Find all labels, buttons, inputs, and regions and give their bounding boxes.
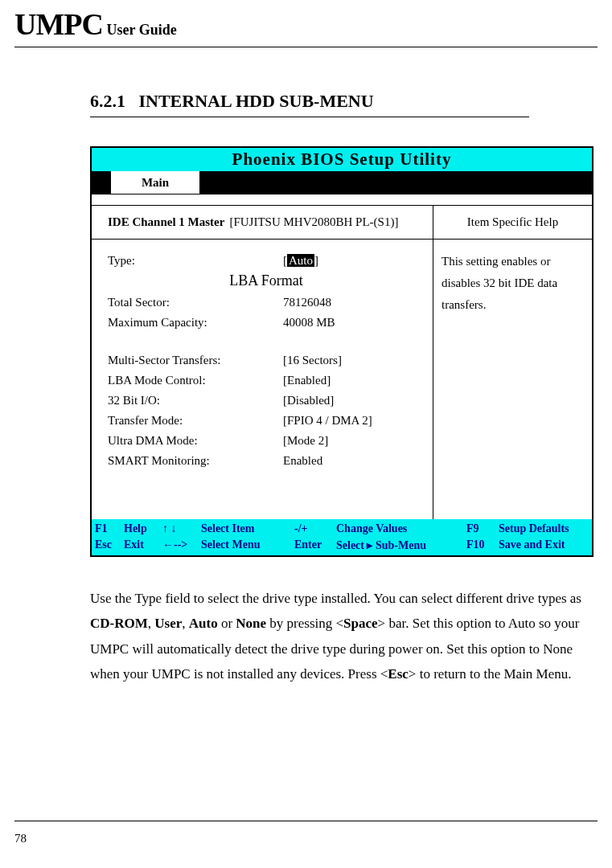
section-heading: 6.2.1 INTERNAL HDD SUB-MENU [90,91,529,117]
max-capacity-value: 40008 MB [283,316,335,330]
action-select-item: Select Item [201,522,294,535]
para-text: Use the Type field to select the drive t… [90,591,581,606]
page-content: 6.2.1 INTERNAL HDD SUB-MENU Phoenix BIOS… [14,47,529,687]
row-max-capacity: Maximum Capacity: 40008 MB [108,313,425,333]
ultra-dma-label: Ultra DMA Mode: [108,434,283,448]
footer-row-2: Esc Exit ←--> Select Menu Enter Select ▸… [95,537,589,554]
row-type[interactable]: Type: [Auto] [108,251,425,271]
footer-rule [14,821,598,821]
bios-screen: Phoenix BIOS Setup Utility Main IDE Chan… [90,146,594,557]
row-32bit-io[interactable]: 32 Bit I/O: [Disabled] [108,391,425,411]
bios-tab-row: Main [92,171,592,194]
key-enter: Enter [294,538,336,552]
arrows-updown-icon: ↑ ↓ [162,522,201,535]
doc-title: UMPC User Guide [14,23,177,37]
bios-main-panel: IDE Channel 1 Master [FUJITSU MHV2080BH … [92,206,433,519]
para-text: > to return to the Main Menu. [409,666,572,682]
key-plusminus: -/+ [294,522,336,535]
para-text: by pressing < [266,616,343,631]
bios-device-heading: IDE Channel 1 Master [FUJITSU MHV2080BH … [92,215,433,240]
lba-mode-label: LBA Mode Control: [108,374,283,387]
row-lba-mode[interactable]: LBA Mode Control: [Enabled] [108,371,425,391]
tab-main[interactable]: Main [111,171,199,194]
arrows-leftright-icon: ←--> [162,538,201,552]
section-number: 6.2.1 [90,91,125,111]
doc-title-big: UMPC [14,7,103,41]
para-text: , [182,616,189,631]
type-value-wrap: [Auto] [283,254,318,268]
spacer [108,333,425,350]
action-change-values: Change Values [336,522,466,535]
multi-sector-label: Multi-Sector Transfers: [108,354,283,367]
bios-footer: F1 Help ↑ ↓ Select Item -/+ Change Value… [92,519,592,555]
tab-spacer [92,171,111,194]
section-title: INTERNAL HDD SUB-MENU [139,91,374,111]
type-value: Auto [287,254,314,267]
bold-esc: Esc [388,666,409,682]
para-text: or [218,616,236,631]
action-select-submenu: Select ▸ Sub-Menu [336,538,466,552]
separator [92,194,592,205]
footer-row-1: F1 Help ↑ ↓ Select Item -/+ Change Value… [95,521,589,537]
help-text: This setting enables or disables 32 bit … [442,251,585,316]
bios-help-panel: Item Specific Help This setting enables … [433,206,592,519]
bit32-value: [Disabled] [283,394,334,407]
bit32-label: 32 Bit I/O: [108,394,283,407]
para-text: , [148,616,155,631]
transfer-mode-label: Transfer Mode: [108,414,283,428]
doc-title-small: User Guide [103,22,177,38]
action-save-exit: Save and Exit [499,538,565,552]
action-select-menu: Select Menu [201,538,294,552]
lba-format-heading: LBA Format [108,271,425,293]
key-f1: F1 [95,522,124,535]
body-paragraph: Use the Type field to select the drive t… [90,586,594,687]
row-smart: SMART Monitoring: Enabled [108,451,425,471]
total-sector-value: 78126048 [283,296,331,309]
bold-auto: Auto [189,616,218,631]
key-f10: F10 [466,538,499,552]
bios-title: Phoenix BIOS Setup Utility [92,148,592,171]
key-esc: Esc [95,538,124,552]
device-value: [FUJITSU MHV2080BH PL-(S1)] [229,215,398,229]
action-help: Help [124,522,162,535]
bold-user: User [154,616,182,631]
multi-sector-value: [16 Sectors] [283,354,342,367]
device-label: IDE Channel 1 Master [108,215,224,229]
type-label: Type: [108,254,283,268]
page-number: 78 [14,832,27,845]
smart-label: SMART Monitoring: [108,454,283,468]
ultra-dma-value: [Mode 2] [283,434,328,448]
total-sector-label: Total Sector: [108,296,283,309]
action-exit: Exit [124,538,162,552]
page-header: UMPC User Guide [14,0,598,47]
max-capacity-label: Maximum Capacity: [108,316,283,330]
bold-none: None [236,616,266,631]
action-setup-defaults: Setup Defaults [499,522,569,535]
bios-body: IDE Channel 1 Master [FUJITSU MHV2080BH … [92,205,592,519]
row-total-sector: Total Sector: 78126048 [108,293,425,313]
transfer-mode-value: [FPIO 4 / DMA 2] [283,414,372,428]
lba-mode-value: [Enabled] [283,374,331,387]
row-ultra-dma[interactable]: Ultra DMA Mode: [Mode 2] [108,431,425,451]
row-multi-sector[interactable]: Multi-Sector Transfers: [16 Sectors] [108,350,425,371]
smart-value: Enabled [283,454,322,468]
row-transfer-mode[interactable]: Transfer Mode: [FPIO 4 / DMA 2] [108,411,425,431]
help-heading: Item Specific Help [433,215,592,240]
bold-cdrom: CD-ROM [90,616,148,631]
bold-space: Space [343,616,378,631]
key-f9: F9 [466,522,499,535]
